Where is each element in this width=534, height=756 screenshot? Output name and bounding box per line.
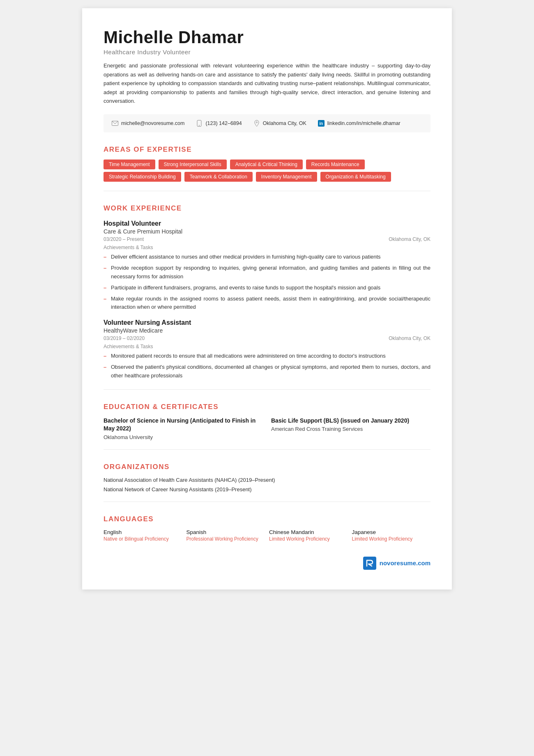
svg-point-3 — [256, 122, 257, 123]
job-dates: 03/2020 – Present — [104, 236, 144, 242]
job-entry: Hospital Volunteer Care & Cure Premium H… — [104, 220, 430, 312]
bullet-item: Participate in different fundraisers, pr… — [104, 284, 430, 292]
phone-value: (123) 142–6894 — [205, 120, 242, 126]
footer-logo: novoresume.com — [104, 557, 430, 570]
language-name: Japanese — [352, 529, 431, 535]
job-meta: 03/2019 – 02/2020 Oklahoma City, OK — [104, 335, 430, 341]
edu-title: Bachelor of Science in Nursing (Anticipa… — [104, 417, 263, 433]
phone-icon — [196, 120, 203, 127]
contact-location: Oklahoma City, OK — [253, 120, 306, 127]
location-value: Oklahoma City, OK — [263, 120, 306, 126]
work-section-title: WORK EXPERIENCE — [104, 204, 430, 213]
education-item: Basic Life Support (BLS) (issued on Janu… — [271, 417, 430, 440]
skill-tag: Inventory Management — [256, 172, 317, 182]
contact-linkedin: in linkedin.com/in/michelle.dhamar — [318, 120, 400, 127]
education-section-title: EDUCATION & CERTIFICATES — [104, 403, 430, 411]
bullet-item: Monitored patient records to ensure that… — [104, 352, 430, 361]
summary-text: Energetic and passionate professional wi… — [104, 61, 430, 105]
email-icon — [112, 120, 118, 127]
novoresume-logo-text: novoresume.com — [380, 559, 430, 566]
language-name: English — [104, 529, 182, 535]
job-org: HealthyWave Medicare — [104, 327, 430, 334]
skill-tag: Strong Interpersonal Skills — [159, 160, 227, 169]
contact-bar: michelle@novoresume.com (123) 142–6894 O… — [104, 114, 430, 132]
job-entry: Volunteer Nursing Assistant HealthyWave … — [104, 319, 430, 380]
skills-row-2: Strategic Relationship BuildingTeamwork … — [104, 172, 430, 182]
linkedin-icon: in — [318, 120, 325, 127]
job-location: Oklahoma City, OK — [389, 335, 430, 341]
edu-title: Basic Life Support (BLS) (issued on Janu… — [271, 417, 430, 425]
skill-tag: Time Management — [104, 160, 155, 169]
expertise-section-title: AREAS OF EXPERTISE — [104, 146, 430, 154]
languages-section-title: LANGUAGES — [104, 515, 430, 523]
svg-point-2 — [199, 125, 200, 126]
skill-tag: Organization & Multitasking — [320, 172, 391, 182]
language-level: Limited Working Proficiency — [352, 536, 431, 542]
languages-grid: English Native or Bilingual Proficiency … — [104, 529, 430, 542]
bullet-list: Monitored patient records to ensure that… — [104, 352, 430, 380]
skills-row-1: Time ManagementStrong Interpersonal Skil… — [104, 160, 430, 169]
organization-item: National Network of Career Nursing Assis… — [104, 486, 430, 492]
divider-edu — [104, 389, 430, 390]
education-grid: Bachelor of Science in Nursing (Anticipa… — [104, 417, 430, 440]
jobs-container: Hospital Volunteer Care & Cure Premium H… — [104, 220, 430, 380]
job-location: Oklahoma City, OK — [389, 236, 430, 242]
language-item: Chinese Mandarin Limited Working Profici… — [269, 529, 348, 542]
novoresume-icon — [363, 557, 376, 570]
job-dates: 03/2019 – 02/2020 — [104, 335, 145, 341]
language-level: Native or Bilingual Proficiency — [104, 536, 182, 542]
skill-tag: Teamwork & Collaboration — [184, 172, 253, 182]
skill-tag: Analytical & Critical Thinking — [230, 160, 303, 169]
contact-email: michelle@novoresume.com — [112, 120, 184, 127]
language-item: English Native or Bilingual Proficiency — [104, 529, 182, 542]
organization-item: National Association of Health Care Assi… — [104, 477, 430, 483]
divider-org — [104, 449, 430, 450]
achievements-label: Achievements & Tasks — [104, 344, 430, 349]
language-level: Professional Working Proficiency — [186, 536, 265, 542]
job-title: Hospital Volunteer — [104, 220, 430, 227]
bullet-item: Provide reception support by responding … — [104, 264, 430, 281]
location-icon — [253, 120, 260, 127]
divider-work — [104, 191, 430, 191]
bullet-item: Observed the patient's physical conditio… — [104, 363, 430, 380]
education-item: Bachelor of Science in Nursing (Anticipa… — [104, 417, 263, 440]
bullet-item: Make regular rounds in the assigned room… — [104, 295, 430, 312]
job-meta: 03/2020 – Present Oklahoma City, OK — [104, 236, 430, 242]
linkedin-value: linkedin.com/in/michelle.dhamar — [327, 120, 400, 126]
edu-org: American Red Cross Training Services — [271, 426, 430, 432]
resume-document: Michelle Dhamar Healthcare Industry Volu… — [82, 8, 452, 590]
job-title: Volunteer Nursing Assistant — [104, 319, 430, 326]
language-item: Spanish Professional Working Proficiency — [186, 529, 265, 542]
skill-tag: Records Maintenance — [306, 160, 365, 169]
language-item: Japanese Limited Working Proficiency — [352, 529, 431, 542]
language-name: Spanish — [186, 529, 265, 535]
edu-org: Oklahoma University — [104, 434, 263, 440]
bullet-list: Deliver efficient assistance to nurses a… — [104, 253, 430, 312]
organizations-container: National Association of Health Care Assi… — [104, 477, 430, 492]
language-level: Limited Working Proficiency — [269, 536, 348, 542]
candidate-name: Michelle Dhamar — [104, 28, 430, 47]
language-name: Chinese Mandarin — [269, 529, 348, 535]
bullet-item: Deliver efficient assistance to nurses a… — [104, 253, 430, 261]
email-value: michelle@novoresume.com — [121, 120, 184, 126]
job-org: Care & Cure Premium Hospital — [104, 228, 430, 235]
candidate-title: Healthcare Industry Volunteer — [104, 49, 430, 55]
organizations-section-title: ORGANIZATIONS — [104, 463, 430, 471]
divider-lang — [104, 502, 430, 502]
skill-tag: Strategic Relationship Building — [104, 172, 181, 182]
achievements-label: Achievements & Tasks — [104, 245, 430, 250]
contact-phone: (123) 142–6894 — [196, 120, 242, 127]
